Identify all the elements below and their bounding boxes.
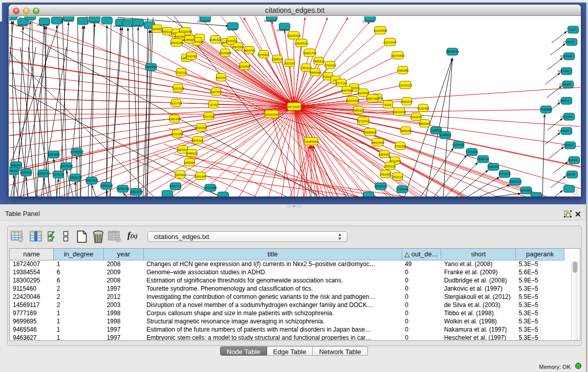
svg-text:2342004: 2342004 bbox=[185, 55, 198, 58]
svg-text:8186323: 8186323 bbox=[183, 38, 195, 41]
svg-text:1952485: 1952485 bbox=[379, 173, 391, 176]
svg-text:10807487: 10807487 bbox=[366, 97, 380, 100]
svg-text:2605334: 2605334 bbox=[145, 65, 157, 69]
svg-text:1244415: 1244415 bbox=[558, 99, 570, 102]
svg-text:252214: 252214 bbox=[393, 176, 403, 179]
svg-text:9756928: 9756928 bbox=[394, 145, 406, 148]
svg-text:3215958: 3215958 bbox=[540, 108, 552, 111]
svg-text:9115460: 9115460 bbox=[418, 107, 430, 110]
svg-text:7632621: 7632621 bbox=[487, 165, 499, 168]
svg-text:1209382: 1209382 bbox=[559, 83, 572, 86]
svg-text:13640910: 13640910 bbox=[295, 42, 309, 45]
svg-text:5938923: 5938923 bbox=[439, 134, 451, 137]
svg-text:10961758: 10961758 bbox=[303, 52, 317, 55]
svg-text:6216: 6216 bbox=[384, 103, 391, 106]
svg-text:10025438: 10025438 bbox=[393, 111, 406, 114]
svg-text:9084067: 9084067 bbox=[378, 153, 390, 156]
svg-text:8471676: 8471676 bbox=[498, 172, 511, 176]
svg-text:12505115: 12505115 bbox=[69, 176, 82, 179]
svg-text:1701650: 1701650 bbox=[561, 144, 574, 147]
svg-text:7357224: 7357224 bbox=[225, 28, 237, 31]
svg-text:8854749: 8854749 bbox=[243, 49, 255, 52]
svg-text:9777169: 9777169 bbox=[335, 82, 347, 85]
svg-text:8463627: 8463627 bbox=[401, 100, 413, 103]
svg-text:39159: 39159 bbox=[9, 169, 18, 172]
svg-text:10688609: 10688609 bbox=[363, 131, 377, 134]
svg-text:16033809: 16033809 bbox=[197, 20, 211, 23]
svg-text:803144: 803144 bbox=[216, 76, 227, 79]
svg-text:9474444: 9474444 bbox=[466, 150, 478, 154]
svg-text:1691447: 1691447 bbox=[194, 175, 207, 178]
svg-text:9457771: 9457771 bbox=[169, 185, 182, 188]
svg-text:18724007: 18724007 bbox=[288, 105, 301, 108]
svg-text:445061: 445061 bbox=[11, 164, 22, 167]
svg-text:2935114: 2935114 bbox=[477, 158, 490, 161]
svg-text:9329966: 9329966 bbox=[560, 55, 573, 58]
svg-text:17359928: 17359928 bbox=[70, 150, 84, 154]
svg-text:12213967: 12213967 bbox=[383, 41, 397, 44]
svg-text:1935359: 1935359 bbox=[195, 126, 207, 129]
svg-text:1610754: 1610754 bbox=[170, 102, 182, 105]
svg-text:15716485: 15716485 bbox=[204, 186, 217, 189]
svg-text:10975687: 10975687 bbox=[60, 165, 74, 168]
svg-text:2349575: 2349575 bbox=[410, 116, 422, 119]
svg-text:3624554: 3624554 bbox=[357, 92, 369, 95]
svg-text:10154808: 10154808 bbox=[374, 29, 387, 32]
svg-text:7625402: 7625402 bbox=[174, 173, 186, 177]
svg-text:144095: 144095 bbox=[431, 129, 442, 132]
svg-text:10958107: 10958107 bbox=[100, 184, 114, 187]
svg-text:15720407: 15720407 bbox=[357, 120, 371, 123]
svg-text:109245: 109245 bbox=[565, 173, 576, 176]
svg-text:20364436: 20364436 bbox=[346, 99, 360, 102]
svg-text:1588520: 1588520 bbox=[271, 58, 284, 61]
svg-text:14136141: 14136141 bbox=[374, 185, 388, 188]
svg-text:6497568: 6497568 bbox=[341, 89, 353, 92]
svg-text:8990448: 8990448 bbox=[309, 71, 321, 74]
svg-text:9227342: 9227342 bbox=[558, 70, 570, 73]
svg-text:13218506: 13218506 bbox=[276, 29, 290, 32]
svg-text:8813054: 8813054 bbox=[264, 19, 276, 23]
svg-text:6479197: 6479197 bbox=[452, 143, 465, 146]
svg-text:832203: 832203 bbox=[285, 62, 295, 65]
svg-text:12923448: 12923448 bbox=[129, 190, 143, 193]
svg-text:12975125: 12975125 bbox=[399, 84, 412, 87]
svg-text:1527602: 1527602 bbox=[130, 25, 143, 28]
svg-text:1117: 1117 bbox=[570, 28, 577, 31]
svg-text:17957225: 17957225 bbox=[85, 179, 99, 182]
svg-text:13325419: 13325419 bbox=[287, 34, 301, 37]
svg-text:25300285: 25300285 bbox=[265, 113, 279, 116]
svg-text:10543382: 10543382 bbox=[170, 41, 184, 45]
svg-text:1985493: 1985493 bbox=[168, 118, 181, 121]
svg-text:1575107: 1575107 bbox=[563, 40, 575, 43]
svg-text:1156819: 1156819 bbox=[20, 171, 33, 174]
svg-text:2020655: 2020655 bbox=[48, 153, 60, 156]
svg-text:16782759: 16782759 bbox=[116, 187, 130, 190]
svg-text:10973493: 10973493 bbox=[391, 54, 405, 57]
svg-text:1405571: 1405571 bbox=[15, 24, 28, 27]
svg-text:1733426: 1733426 bbox=[396, 188, 408, 191]
svg-text:7485063: 7485063 bbox=[397, 69, 409, 72]
svg-text:2087652: 2087652 bbox=[362, 20, 375, 23]
svg-text:11700: 11700 bbox=[209, 103, 218, 106]
svg-text:9146821: 9146821 bbox=[226, 39, 238, 42]
svg-text:9699695: 9699695 bbox=[419, 122, 431, 125]
svg-text:8878342: 8878342 bbox=[191, 139, 204, 142]
svg-text:1569297: 1569297 bbox=[558, 129, 570, 133]
svg-text:10719155: 10719155 bbox=[60, 19, 74, 23]
svg-text:9427552: 9427552 bbox=[210, 91, 222, 94]
svg-text:1609948: 1609948 bbox=[183, 161, 195, 164]
svg-text:19384554: 19384554 bbox=[304, 140, 318, 143]
svg-text:1965492: 1965492 bbox=[400, 129, 412, 133]
svg-text:8186323: 8186323 bbox=[209, 38, 222, 41]
svg-text:1621064: 1621064 bbox=[560, 115, 573, 118]
svg-text:7886322: 7886322 bbox=[352, 109, 364, 112]
svg-text:3498222: 3498222 bbox=[186, 152, 198, 155]
svg-text:9242848: 9242848 bbox=[238, 65, 251, 68]
svg-text:114519: 114519 bbox=[53, 173, 63, 176]
svg-text:6794023: 6794023 bbox=[324, 64, 336, 67]
svg-text:7955812: 7955812 bbox=[313, 60, 325, 63]
svg-text:10654112: 10654112 bbox=[509, 180, 522, 183]
svg-text:9146821: 9146821 bbox=[257, 53, 270, 56]
svg-text:3875685: 3875685 bbox=[219, 52, 231, 55]
svg-text:1527602: 1527602 bbox=[37, 24, 49, 27]
